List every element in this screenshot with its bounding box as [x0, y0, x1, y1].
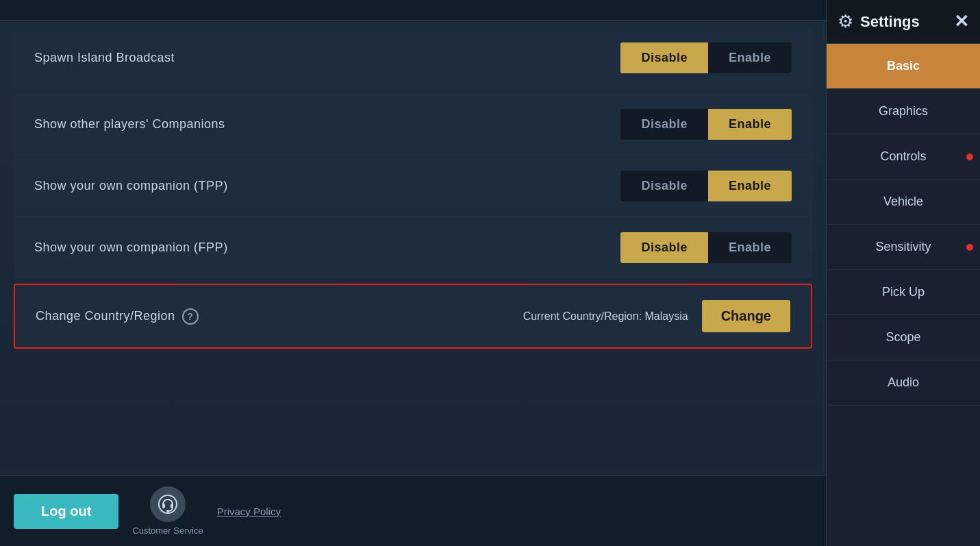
sidebar-item-vehicle[interactable]: Vehicle: [827, 179, 980, 225]
own-companion-fpp-disable-btn[interactable]: Disable: [620, 232, 708, 263]
own-companion-tpp-label: Show your own companion (TPP): [34, 179, 228, 193]
own-companion-tpp-enable-btn[interactable]: Enable: [708, 171, 792, 201]
own-companion-fpp-enable-btn[interactable]: Enable: [708, 232, 792, 263]
sidebar-item-sensitivity[interactable]: Sensitivity: [827, 225, 980, 270]
other-companions-enable-btn[interactable]: Enable: [708, 109, 792, 140]
customer-service-icon: [150, 486, 186, 522]
sidebar-item-controls[interactable]: Controls: [827, 134, 980, 179]
bottom-bar: Log out Customer Service Privacy Policy: [0, 475, 826, 546]
own-companion-tpp-disable-btn[interactable]: Disable: [620, 171, 708, 201]
customer-service-label: Customer Service: [132, 525, 203, 536]
logout-button[interactable]: Log out: [14, 494, 118, 529]
other-companions-label: Show other players' Companions: [34, 117, 225, 132]
customer-service-button[interactable]: Customer Service: [132, 486, 203, 536]
sidebar-title-group: ⚙ Settings: [838, 11, 920, 32]
sidebar-item-controls-label: Controls: [880, 149, 926, 163]
sidebar-header: ⚙ Settings ✕: [827, 0, 980, 44]
sidebar-item-sensitivity-label: Sensitivity: [875, 240, 931, 253]
gear-icon: ⚙: [838, 11, 853, 32]
sidebar-item-audio[interactable]: Audio: [827, 360, 980, 406]
sidebar-item-scope-label: Scope: [885, 330, 920, 344]
sidebar-item-basic[interactable]: Basic: [827, 44, 980, 89]
country-right: Current Country/Region: Malaysia Change: [523, 300, 790, 332]
country-region-help-icon[interactable]: ?: [182, 308, 199, 325]
country-region-section: Change Country/Region ? Current Country/…: [14, 284, 812, 349]
other-companions-disable-btn[interactable]: Disable: [620, 109, 708, 140]
spawn-island-label: Spawn Island Broadcast: [34, 51, 175, 65]
top-bar: [0, 0, 826, 21]
settings-section: Spawn Island Broadcast Disable Enable Sh…: [0, 21, 826, 475]
spawn-island-enable-btn[interactable]: Enable: [708, 42, 792, 73]
close-icon[interactable]: ✕: [954, 11, 969, 32]
own-companion-fpp-label: Show your own companion (FPP): [34, 240, 228, 255]
country-label-group: Change Country/Region ?: [36, 308, 199, 325]
sidebar-item-scope[interactable]: Scope: [827, 315, 980, 360]
main-content: Spawn Island Broadcast Disable Enable Sh…: [0, 0, 826, 546]
sidebar-item-basic-label: Basic: [887, 59, 920, 73]
other-companions-toggle: Disable Enable: [620, 109, 792, 140]
sidebar-item-graphics-label: Graphics: [879, 104, 928, 118]
sidebar-nav: Basic Graphics Controls Vehicle Sensitiv…: [827, 44, 980, 546]
privacy-policy-link[interactable]: Privacy Policy: [217, 506, 281, 517]
other-companions-row: Show other players' Companions Disable E…: [14, 94, 812, 156]
spawn-island-toggle: Disable Enable: [620, 42, 792, 73]
change-region-button[interactable]: Change: [702, 300, 790, 332]
own-companion-tpp-row: Show your own companion (TPP) Disable En…: [14, 156, 812, 217]
spawn-island-row: Spawn Island Broadcast Disable Enable: [14, 27, 812, 88]
country-region-label: Change Country/Region: [36, 309, 175, 323]
country-region-row: Change Country/Region ? Current Country/…: [15, 285, 811, 347]
companions-group: Show other players' Companions Disable E…: [14, 94, 812, 278]
svg-rect-2: [171, 504, 173, 508]
spawn-island-disable-btn[interactable]: Disable: [620, 42, 708, 73]
sidebar-title: Settings: [860, 13, 920, 31]
sidebar: ⚙ Settings ✕ Basic Graphics Controls Veh…: [826, 0, 980, 546]
own-companion-fpp-row: Show your own companion (FPP) Disable En…: [14, 217, 812, 278]
sidebar-item-vehicle-label: Vehicle: [883, 195, 923, 208]
svg-rect-1: [162, 504, 165, 508]
sidebar-item-pickup[interactable]: Pick Up: [827, 270, 980, 315]
sidebar-item-audio-label: Audio: [888, 375, 919, 389]
sidebar-item-pickup-label: Pick Up: [882, 285, 925, 299]
spawn-island-group: Spawn Island Broadcast Disable Enable: [14, 27, 812, 88]
own-companion-fpp-toggle: Disable Enable: [620, 232, 792, 263]
sidebar-item-graphics[interactable]: Graphics: [827, 89, 980, 134]
svg-point-3: [166, 510, 169, 512]
current-region-text: Current Country/Region: Malaysia: [523, 310, 688, 323]
own-companion-tpp-toggle: Disable Enable: [620, 171, 792, 201]
